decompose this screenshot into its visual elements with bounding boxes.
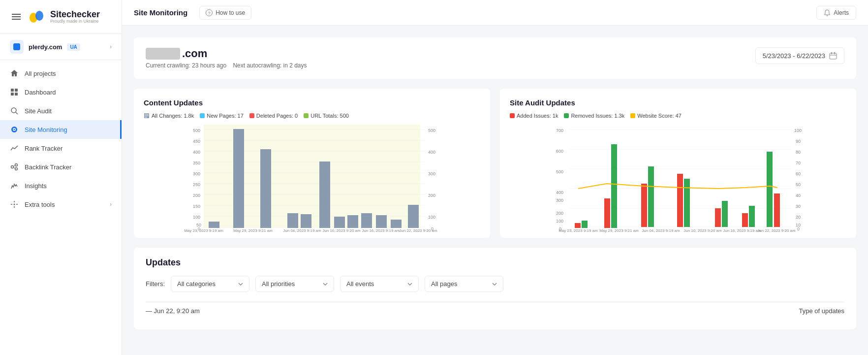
site-header: .com Current crawling: 23 hours ago Next… [134, 37, 856, 79]
updates-section: Updates Filters: All categories All prio… [134, 248, 856, 329]
site-domain-suffix: .com [182, 47, 207, 60]
sidebar-item-insights[interactable]: Insights [0, 176, 122, 195]
charts-grid: Content Updates All Changes: 1.8k New Pa… [134, 89, 856, 238]
extra-tools-label: Extra tools [25, 201, 55, 208]
svg-rect-108 [641, 184, 647, 227]
svg-rect-105 [582, 221, 588, 228]
filter-pages-value: All pages [431, 280, 457, 288]
svg-point-4 [35, 11, 43, 21]
project-icon [10, 40, 24, 54]
svg-text:400: 400 [193, 150, 200, 155]
svg-rect-114 [742, 213, 748, 227]
rank-tracker-label: Rank Tracker [25, 145, 62, 152]
filter-priorities[interactable]: All priorities [255, 276, 334, 292]
svg-text:20: 20 [796, 215, 801, 220]
page-title: Site Monitoring [134, 8, 187, 17]
site-monitoring-icon [10, 125, 19, 134]
extra-tools-icon [10, 200, 19, 209]
logo-name: Sitechecker [50, 10, 100, 19]
svg-rect-62 [233, 129, 244, 228]
filters-label: Filters: [146, 276, 165, 292]
date-range-picker[interactable]: 5/23/2023 - 6/22/2023 [755, 47, 844, 64]
sidebar-item-site-audit[interactable]: Site Audit [0, 101, 122, 120]
hamburger-button[interactable] [10, 10, 23, 23]
svg-text:150: 150 [193, 204, 200, 209]
alerts-button[interactable]: Alerts [816, 6, 856, 20]
svg-text:300: 300 [193, 171, 200, 176]
svg-rect-7 [15, 89, 18, 92]
timeline-date: — Jun 22, 9:20 am [146, 307, 200, 315]
how-to-use-button[interactable]: ? How to use [199, 6, 251, 20]
svg-text:500: 500 [193, 128, 200, 133]
svg-rect-68 [347, 215, 358, 228]
legend-url-totals: URL Totals: 500 [304, 113, 349, 119]
svg-rect-115 [749, 206, 755, 227]
insights-icon [10, 181, 19, 190]
svg-text:600: 600 [556, 149, 563, 154]
svg-point-16 [15, 164, 18, 166]
dashboard-icon [10, 88, 19, 97]
svg-text:700: 700 [556, 128, 563, 133]
content-updates-chart-area: 500 450 400 350 300 250 200 150 100 50 0… [144, 125, 480, 233]
svg-text:Jun 10, 2023 9:20 am: Jun 10, 2023 9:20 am [322, 228, 361, 233]
filter-events[interactable]: All events [340, 276, 419, 292]
date-range-value: 5/23/2023 - 6/22/2023 [763, 52, 825, 60]
svg-text:Jun 04, 2023 9:19 am: Jun 04, 2023 9:19 am [642, 228, 680, 233]
crawl-next: Next autocrawling: in 2 days [233, 62, 307, 69]
filter-categories-value: All categories [177, 280, 216, 288]
svg-text:May 29, 2023 9:21 am: May 29, 2023 9:21 am [233, 228, 273, 233]
svg-text:400: 400 [428, 150, 435, 155]
crawl-current: Current crawling: 23 hours ago [146, 62, 226, 69]
svg-rect-113 [722, 201, 728, 227]
sidebar-item-rank-tracker[interactable]: Rank Tracker [0, 139, 122, 158]
svg-rect-63 [260, 149, 271, 228]
logo-icon [28, 8, 45, 26]
svg-text:Jun 22, 2023 9:20 am: Jun 22, 2023 9:20 am [757, 228, 796, 233]
crawl-info: Current crawling: 23 hours ago Next auto… [146, 62, 307, 69]
legend-all-changes-label: All Changes: 1.8k [152, 113, 194, 119]
filter-events-value: All events [346, 280, 374, 288]
svg-text:?: ? [208, 11, 211, 16]
svg-text:Jun 04, 2023 9:19 am: Jun 04, 2023 9:19 am [283, 228, 321, 233]
filter-categories[interactable]: All categories [171, 276, 249, 292]
svg-text:100: 100 [193, 215, 200, 220]
svg-rect-64 [287, 213, 298, 228]
svg-text:70: 70 [796, 161, 801, 165]
sidebar-item-dashboard[interactable]: Dashboard [0, 83, 122, 101]
svg-line-18 [14, 165, 15, 166]
chevron-down-icon [492, 282, 497, 287]
svg-point-17 [15, 168, 18, 170]
backlink-tracker-label: Backlink Tracker [25, 163, 71, 171]
svg-text:30: 30 [796, 204, 801, 209]
legend-url-totals-label: URL Totals: 500 [310, 113, 349, 119]
svg-point-10 [11, 108, 16, 113]
sidebar-item-backlink-tracker[interactable]: Backlink Tracker [0, 158, 122, 176]
bell-icon [824, 9, 831, 16]
svg-rect-111 [684, 179, 690, 227]
sidebar: Sitechecker Proudly made in Ukraine pler… [0, 0, 122, 355]
svg-point-20 [14, 204, 15, 205]
sidebar-item-site-monitoring[interactable]: Site Monitoring [0, 120, 122, 139]
legend-deleted-pages-label: Deleted Pages: 0 [256, 113, 298, 119]
svg-rect-65 [301, 214, 311, 228]
sidebar-item-extra-tools[interactable]: Extra tools › [0, 195, 122, 214]
all-projects-label: All projects [25, 70, 56, 77]
svg-text:200: 200 [193, 193, 200, 198]
legend-website-score-label: Website Score: 47 [637, 113, 682, 119]
svg-rect-67 [334, 217, 345, 228]
svg-text:40: 40 [796, 193, 801, 198]
legend-new-pages: New Pages: 17 [200, 113, 244, 119]
chevron-down-icon [323, 282, 328, 287]
svg-rect-117 [774, 194, 780, 227]
svg-text:May 23, 2023 9:19 am: May 23, 2023 9:19 am [184, 228, 223, 233]
legend-removed-issues-label: Removed Issues: 1.3k [571, 113, 624, 119]
svg-rect-70 [376, 215, 387, 228]
dashboard-label: Dashboard [25, 89, 56, 96]
alerts-label: Alerts [834, 9, 849, 16]
filter-pages[interactable]: All pages [425, 276, 503, 292]
project-selector[interactable]: plerdy.com UA › [0, 34, 122, 60]
content-updates-chart: Content Updates All Changes: 1.8k New Pa… [134, 89, 490, 238]
svg-line-11 [16, 112, 18, 114]
sidebar-item-all-projects[interactable]: All projects [0, 64, 122, 83]
sidebar-nav: All projects Dashboard Site Audit Site M… [0, 60, 122, 355]
